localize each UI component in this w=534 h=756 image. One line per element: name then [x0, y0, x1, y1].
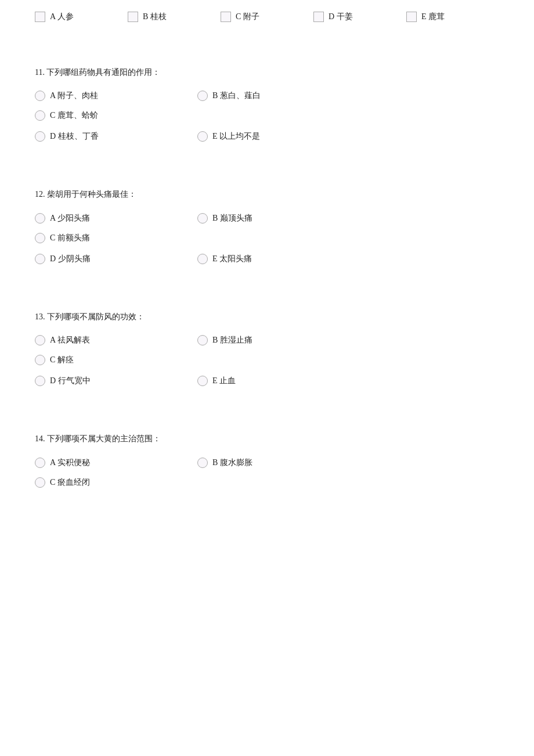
- option-item: B 桂枝: [128, 12, 221, 22]
- q11-option-A: A 附子、肉桂: [35, 88, 197, 103]
- top-options-section: A 人参 B 桂枝 C 附子 D 干姜 E 鹿茸: [35, 12, 499, 22]
- q13-label-C: C 解痉: [50, 355, 74, 365]
- q14-option-B: B 腹水膨胀: [197, 455, 360, 470]
- q11-label-C: C 鹿茸、蛤蚧: [50, 110, 98, 121]
- option-label-B-top: B 桂枝: [143, 12, 167, 22]
- q11-label-A: A 附子、肉桂: [50, 91, 98, 101]
- q11-label-D: D 桂枝、丁香: [50, 131, 99, 142]
- q13-radio-E[interactable]: [197, 376, 208, 386]
- q12-option-E: E 太阳头痛: [197, 251, 360, 267]
- q11-label-B: B 葱白、薤白: [212, 91, 261, 101]
- q14-radio-B[interactable]: [197, 458, 208, 468]
- q11-radio-B[interactable]: [197, 91, 208, 101]
- q13-options: A 祛风解表 B 胜湿止痛 C 解痉 D 行气宽中 E 止血: [35, 333, 499, 388]
- question-14: 14. 下列哪项不属大黄的主治范围： A 实积便秘 B 腹水膨胀 C 瘀血经闭: [35, 433, 499, 489]
- radio-E-top[interactable]: [406, 12, 417, 22]
- question-12: 12. 柴胡用于何种头痛最佳： A 少阳头痛 B 巅顶头痛 C 前额头痛 D 少…: [35, 188, 499, 266]
- q12-row2: D 少阴头痛 E 太阳头痛: [35, 251, 499, 267]
- option-item: D 干姜: [313, 12, 406, 22]
- q14-option-A: A 实积便秘: [35, 455, 197, 470]
- q13-label-E: E 止血: [212, 376, 236, 386]
- q12-label-A: A 少阳头痛: [50, 213, 90, 224]
- q13-radio-A[interactable]: [35, 335, 45, 345]
- radio-D-top[interactable]: [313, 12, 324, 22]
- q13-option-C: C 解痉: [35, 352, 197, 368]
- q11-option-E: E 以上均不是: [197, 129, 360, 144]
- q13-option-B: B 胜湿止痛: [197, 333, 360, 348]
- q14-label-A: A 实积便秘: [50, 458, 90, 468]
- q13-label-D: D 行气宽中: [50, 376, 91, 386]
- q12-radio-E[interactable]: [197, 254, 208, 264]
- q14-label-B: B 腹水膨胀: [212, 458, 252, 468]
- q14-row1: A 实积便秘 B 腹水膨胀 C 瘀血经闭: [35, 455, 499, 490]
- q13-row1: A 祛风解表 B 胜湿止痛 C 解痉: [35, 333, 499, 368]
- q13-radio-B[interactable]: [197, 335, 208, 345]
- q12-label-D: D 少阴头痛: [50, 254, 91, 264]
- question-13: 13. 下列哪项不属防风的功效： A 祛风解表 B 胜湿止痛 C 解痉 D 行气…: [35, 311, 499, 388]
- q14-radio-C[interactable]: [35, 477, 45, 488]
- q11-option-C: C 鹿茸、蛤蚧: [35, 108, 197, 123]
- q11-option-B: B 葱白、薤白: [197, 88, 360, 103]
- q13-label-A: A 祛风解表: [50, 335, 90, 345]
- q13-row2: D 行气宽中 E 止血: [35, 373, 499, 388]
- radio-B-top[interactable]: [128, 12, 138, 22]
- q12-label-B: B 巅顶头痛: [212, 213, 252, 224]
- q12-label-E: E 太阳头痛: [212, 254, 252, 264]
- q13-label: 13. 下列哪项不属防风的功效：: [35, 311, 499, 323]
- q12-option-A: A 少阳头痛: [35, 211, 197, 226]
- q13-option-A: A 祛风解表: [35, 333, 197, 348]
- option-item: A 人参: [35, 12, 128, 22]
- q12-radio-C[interactable]: [35, 233, 45, 243]
- q11-label-E: E 以上均不是: [212, 131, 260, 142]
- radio-C-top[interactable]: [221, 12, 231, 22]
- q13-radio-C[interactable]: [35, 355, 45, 365]
- q13-radio-D[interactable]: [35, 376, 45, 386]
- option-label-A-top: A 人参: [50, 12, 74, 22]
- q12-label: 12. 柴胡用于何种头痛最佳：: [35, 188, 499, 201]
- q12-label-C: C 前额头痛: [50, 233, 90, 243]
- option-item: C 附子: [221, 12, 313, 22]
- q13-option-E: E 止血: [197, 373, 360, 388]
- q11-radio-A[interactable]: [35, 91, 45, 101]
- q14-radio-A[interactable]: [35, 458, 45, 468]
- q12-options: A 少阳头痛 B 巅顶头痛 C 前额头痛 D 少阴头痛 E 太阳头痛: [35, 211, 499, 267]
- q12-radio-A[interactable]: [35, 213, 45, 224]
- q12-option-B: B 巅顶头痛: [197, 211, 360, 226]
- q12-row1: A 少阳头痛 B 巅顶头痛 C 前额头痛: [35, 211, 499, 246]
- option-label-D-top: D 干姜: [329, 12, 353, 22]
- option-label-E-top: E 鹿茸: [421, 12, 445, 22]
- q14-label: 14. 下列哪项不属大黄的主治范围：: [35, 433, 499, 445]
- q11-options: A 附子、肉桂 B 葱白、薤白 C 鹿茸、蛤蚧 D 桂枝、丁香 E 以上均不是: [35, 88, 499, 144]
- q11-row2: D 桂枝、丁香 E 以上均不是: [35, 129, 499, 144]
- q11-radio-C[interactable]: [35, 110, 45, 121]
- q14-options: A 实积便秘 B 腹水膨胀 C 瘀血经闭: [35, 455, 499, 490]
- radio-A-top[interactable]: [35, 12, 45, 22]
- q12-option-C: C 前额头痛: [35, 231, 197, 246]
- option-item: E 鹿茸: [406, 12, 499, 22]
- q13-option-D: D 行气宽中: [35, 373, 197, 388]
- q11-option-D: D 桂枝、丁香: [35, 129, 197, 144]
- q12-radio-B[interactable]: [197, 213, 208, 224]
- q12-option-D: D 少阴头痛: [35, 251, 197, 267]
- q11-row1: A 附子、肉桂 B 葱白、薤白 C 鹿茸、蛤蚧: [35, 88, 499, 123]
- top-options-row: A 人参 B 桂枝 C 附子 D 干姜 E 鹿茸: [35, 12, 499, 22]
- q13-label-B: B 胜湿止痛: [212, 335, 252, 345]
- q12-radio-D[interactable]: [35, 254, 45, 264]
- q11-radio-D[interactable]: [35, 131, 45, 142]
- q14-option-C: C 瘀血经闭: [35, 475, 197, 490]
- q11-radio-E[interactable]: [197, 131, 208, 142]
- question-11: 11. 下列哪组药物具有通阳的作用： A 附子、肉桂 B 葱白、薤白 C 鹿茸、…: [35, 66, 499, 144]
- q14-label-C: C 瘀血经闭: [50, 477, 90, 488]
- q11-label: 11. 下列哪组药物具有通阳的作用：: [35, 66, 499, 79]
- option-label-C-top: C 附子: [236, 12, 259, 22]
